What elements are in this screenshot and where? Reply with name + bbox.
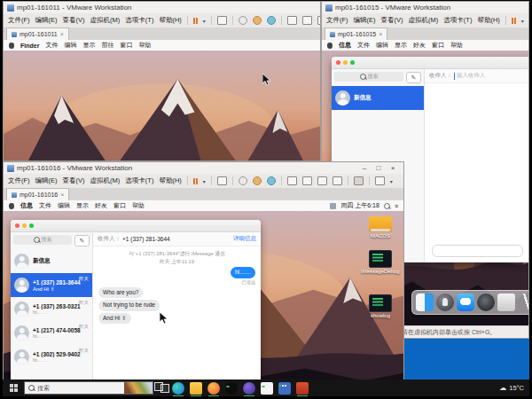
vm-tab-close-icon[interactable]: ×	[60, 31, 64, 37]
mac-menu-buddies[interactable]: 好友	[95, 201, 107, 210]
snapshot-take-button[interactable]	[239, 16, 247, 25]
window-a-titlebar[interactable]: mp01-161011 - VMware Workstation	[4, 2, 320, 13]
apple-icon[interactable]	[9, 43, 14, 49]
menu-view[interactable]: 查看(V)	[381, 16, 403, 25]
snapshot-manager-button[interactable]	[267, 176, 276, 185]
pause-dropdown-caret[interactable]: ▾	[203, 18, 206, 24]
vmware-window-a[interactable]: mp01-161011 - VMware Workstation 文件(F) 编…	[3, 1, 321, 161]
vm-tab-close-icon[interactable]: ×	[379, 31, 382, 37]
snapshot-take-button[interactable]	[239, 176, 247, 185]
mac-menu-window[interactable]: 窗口	[432, 41, 444, 50]
mac-menu-window[interactable]: 窗口	[113, 201, 126, 210]
show-library-button[interactable]	[287, 176, 297, 185]
messages-icon[interactable]	[457, 293, 474, 311]
mac-menu-window[interactable]: 窗口	[120, 41, 132, 50]
message-input[interactable]	[432, 245, 523, 257]
mac-menu-view[interactable]: 显示	[395, 41, 407, 50]
incoming-bubble[interactable]: And Hi ✌	[98, 313, 131, 324]
pause-button[interactable]	[512, 18, 516, 24]
menu-help[interactable]: 帮助(H)	[477, 16, 499, 25]
conversation-row-4[interactable]: +1 (302) 529-9402 hi…… 昨天	[11, 345, 92, 369]
edge-icon[interactable]	[172, 382, 184, 395]
finder-icon[interactable]	[416, 293, 434, 311]
pause-button[interactable]	[193, 18, 198, 24]
mac-menu-edit[interactable]: 编辑	[58, 201, 70, 210]
conversation-row-0[interactable]: 新信息	[11, 249, 92, 273]
messages-b-titlebar[interactable]	[332, 57, 528, 69]
menu-edit[interactable]: 编辑(E)	[354, 16, 376, 25]
incoming-bubble[interactable]: Not trying to be rude	[98, 300, 160, 310]
vm-c-screen[interactable]: 信息 文件 编辑 显示 好友 窗口 帮助 周四 上午6:18 ≡ MACOS	[4, 200, 403, 395]
menu-bar-clock[interactable]: 周四 上午6:18	[340, 201, 379, 210]
desktop-icon-imessagedebug[interactable]: iMessageDebug	[360, 250, 401, 274]
mac-menu-go[interactable]: 前往	[101, 41, 113, 50]
notification-center-icon[interactable]: ≡	[395, 203, 398, 209]
minimize-traffic-light[interactable]	[22, 223, 27, 228]
pause-button[interactable]	[193, 178, 198, 184]
compose-button[interactable]: ✎	[74, 235, 90, 246]
menu-tabs[interactable]: 选项卡(T)	[125, 16, 153, 25]
search-input[interactable]: 搜索	[334, 72, 403, 82]
mac-menu-messages[interactable]: 信息	[20, 201, 33, 210]
vm-a-screen[interactable]: Finder 文件 编辑 显示 前往 窗口 帮助	[4, 40, 320, 160]
vm-tab-a[interactable]: mp01-161011 ×	[6, 27, 69, 40]
spotlight-icon[interactable]	[384, 203, 390, 209]
conversation-row-3[interactable]: +1 (217) 474-0058 hi…… 昨天	[11, 321, 92, 345]
messages-window-c[interactable]: 搜索 ✎ 新信息 +1 (337) 281-3644	[11, 220, 261, 395]
window-c-titlebar[interactable]: mp01-161016 - VMware Workstation – □ ×	[4, 162, 403, 174]
snapshot-manager-button[interactable]	[267, 16, 276, 25]
vm-tab-b[interactable]: mp01-161015 ×	[325, 27, 387, 40]
vm-tab-close-icon[interactable]: ×	[60, 192, 64, 198]
menu-vm[interactable]: 虚拟机(M)	[409, 16, 439, 25]
vmware-workstation-icon[interactable]	[278, 382, 291, 395]
menu-file[interactable]: 文件(F)	[326, 16, 348, 25]
show-thumbnail-bar-button[interactable]	[302, 176, 312, 185]
zoom-traffic-light[interactable]	[29, 223, 34, 228]
free-stretch-button[interactable]	[375, 176, 385, 185]
close-traffic-light[interactable]	[15, 223, 20, 228]
details-button[interactable]: 详细信息	[233, 235, 256, 243]
zoom-traffic-light[interactable]	[350, 60, 355, 65]
vm-tab-c[interactable]: mp01-161016 ×	[6, 188, 69, 200]
search-input[interactable]: 搜索	[13, 235, 72, 245]
desktop-icon-showlog[interactable]: showlog	[360, 294, 401, 318]
message-thread[interactable]: 与“+1 (337) 281-3644”进行 iMessage 通信 昨天 上午…	[93, 246, 261, 395]
mac-menu-file[interactable]: 文件	[45, 41, 58, 50]
pause-dropdown-caret[interactable]: ▾	[521, 18, 524, 24]
menu-vm[interactable]: 虚拟机(M)	[90, 176, 121, 185]
mac-menu-finder[interactable]: Finder	[20, 43, 39, 49]
system-tray[interactable]: ☁ 15°C	[499, 384, 529, 392]
window-b-titlebar[interactable]: mp01-161015 - VMware Workstation	[322, 2, 528, 13]
mac-menu-buddies[interactable]: 好友	[413, 41, 426, 50]
menu-edit[interactable]: 编辑(E)	[35, 176, 58, 185]
send-ctrl-alt-del-button[interactable]	[217, 176, 227, 185]
snapshot-revert-button[interactable]	[253, 176, 262, 185]
mac-menu-messages[interactable]: 信息	[339, 41, 351, 50]
menu-help[interactable]: 帮助(H)	[159, 16, 181, 25]
menu-file[interactable]: 文件(F)	[8, 16, 30, 25]
conversation-row-1-selected[interactable]: +1 (337) 281-3644 And Hi ✌ 昨天	[11, 273, 92, 297]
apple-icon[interactable]	[9, 203, 14, 209]
incoming-bubble[interactable]: Who are you?	[98, 287, 143, 298]
mac-menu-edit[interactable]: 编辑	[64, 41, 76, 50]
menu-tabs[interactable]: 选项卡(T)	[125, 176, 153, 185]
mac-menu-view[interactable]: 显示	[76, 201, 89, 210]
menu-edit[interactable]: 编辑(E)	[35, 16, 58, 25]
messages-c-titlebar[interactable]	[11, 220, 261, 232]
firefox-icon[interactable]	[207, 382, 220, 395]
trash-icon[interactable]	[497, 293, 515, 311]
itunes-icon[interactable]	[261, 382, 273, 395]
show-thumbnail-bar-button[interactable]	[302, 16, 312, 25]
show-library-button[interactable]	[287, 16, 297, 25]
maximize-button[interactable]: □	[372, 163, 386, 174]
red-app-icon[interactable]	[296, 382, 309, 395]
mac-menu-file[interactable]: 文件	[357, 41, 370, 50]
mac-menu-help[interactable]: 帮助	[450, 41, 463, 50]
fullscreen-button[interactable]	[317, 176, 327, 185]
conversation-row-2[interactable]: +1 (337) 263-0321 hi…… 昨天	[11, 297, 92, 321]
minimize-button[interactable]: –	[357, 163, 372, 174]
purple-app-icon[interactable]	[243, 382, 255, 395]
mac-menu-help[interactable]: 帮助	[132, 201, 145, 210]
apple-icon[interactable]	[327, 43, 332, 49]
mac-menu-view[interactable]: 显示	[82, 41, 95, 50]
